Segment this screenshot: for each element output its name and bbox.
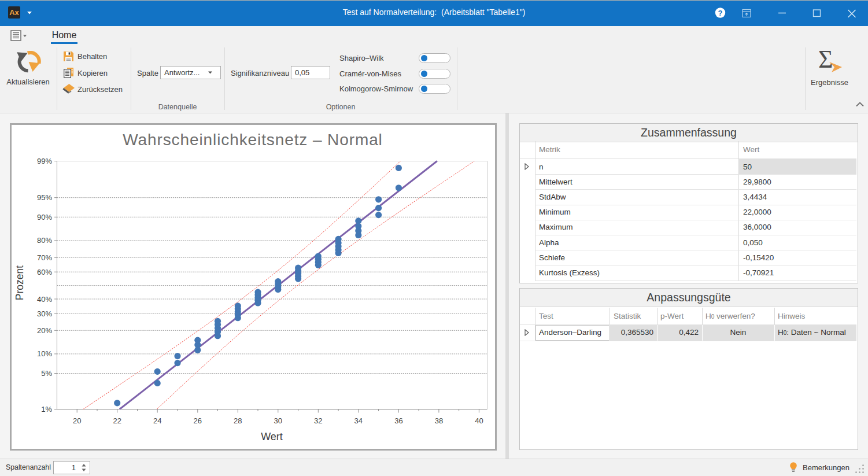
svg-text:34: 34 — [354, 416, 363, 425]
svg-text:1%: 1% — [41, 405, 52, 414]
svg-text:99%: 99% — [37, 157, 52, 165]
svg-text:38: 38 — [435, 416, 443, 425]
svg-text:80%: 80% — [37, 236, 52, 245]
svg-text:Wert: Wert — [261, 431, 283, 442]
svg-text:20%: 20% — [37, 326, 52, 335]
svg-text:?: ? — [718, 9, 723, 17]
svg-text:36: 36 — [394, 416, 402, 425]
svg-text:Wahrscheinlichkeitsnetz – Norm: Wahrscheinlichkeitsnetz – Normal — [123, 131, 382, 149]
svg-text:30: 30 — [274, 416, 282, 425]
svg-text:30%: 30% — [37, 309, 52, 318]
svg-text:40%: 40% — [37, 295, 52, 304]
svg-text:70%: 70% — [37, 253, 52, 262]
svg-text:20: 20 — [73, 416, 81, 425]
svg-text:5%: 5% — [41, 369, 52, 378]
svg-text:10%: 10% — [37, 349, 52, 358]
svg-text:Prozent: Prozent — [14, 265, 25, 300]
svg-text:40: 40 — [475, 416, 483, 425]
svg-text:24: 24 — [153, 416, 161, 425]
svg-text:60%: 60% — [37, 268, 52, 276]
svg-text:26: 26 — [194, 416, 202, 425]
svg-text:95%: 95% — [37, 193, 52, 202]
svg-text:32: 32 — [314, 416, 322, 425]
svg-text:28: 28 — [234, 416, 242, 425]
svg-text:90%: 90% — [37, 213, 52, 222]
svg-text:22: 22 — [113, 416, 121, 425]
